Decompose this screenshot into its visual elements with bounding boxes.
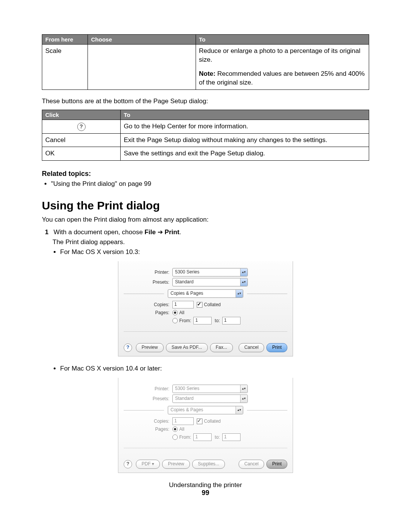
table-row: Cancel Exit the Page Setup dialog withou… bbox=[42, 133, 369, 147]
step1-post: . bbox=[179, 228, 181, 236]
chevron-updown-icon: ▴▾ bbox=[240, 278, 247, 286]
copies-input[interactable]: 1 bbox=[172, 417, 194, 425]
collated-checkbox[interactable] bbox=[197, 419, 202, 424]
fax-button[interactable]: Fax... bbox=[210, 343, 233, 352]
printer-label: Printer: bbox=[124, 386, 172, 391]
note-text: Recommended values are between 25% and 4… bbox=[199, 70, 365, 86]
print-button[interactable]: Print bbox=[266, 343, 287, 352]
to-input[interactable]: 1 bbox=[222, 317, 241, 324]
copies-label: Copies: bbox=[124, 302, 172, 307]
section-heading: Using the Print dialog bbox=[42, 199, 369, 212]
printer-value: 5300 Series bbox=[175, 269, 199, 275]
copies-input[interactable]: 1 bbox=[172, 301, 194, 308]
separator bbox=[124, 294, 164, 294]
paragraph-open-dialog: You can open the Print dialog from almos… bbox=[42, 215, 369, 224]
collated-label: Collated bbox=[204, 419, 221, 424]
supplies-button[interactable]: Supplies... bbox=[192, 460, 225, 469]
chevron-updown-icon: ▴▾ bbox=[240, 268, 247, 276]
step1-print: Print bbox=[165, 228, 180, 236]
cancel-button[interactable]: Cancel bbox=[239, 343, 264, 352]
from-input[interactable]: 1 bbox=[193, 317, 212, 324]
pages-all-label: All bbox=[179, 427, 184, 432]
table2-row0-to: Go to the Help Center for more informati… bbox=[121, 120, 369, 133]
help-button[interactable]: ? bbox=[124, 460, 132, 468]
copies-label: Copies: bbox=[124, 419, 172, 424]
collated-checkbox[interactable] bbox=[197, 302, 202, 308]
page-footer: Understanding the printer 99 bbox=[42, 481, 369, 497]
from-input[interactable]: 1 bbox=[193, 433, 212, 441]
bullet-macos-104: For Mac OS X version 10.4 or later: bbox=[60, 365, 369, 372]
to-input[interactable]: 1 bbox=[222, 433, 241, 441]
chevron-updown-icon: ▴▾ bbox=[236, 290, 243, 297]
pane-value: Copies & Pages bbox=[170, 291, 203, 296]
help-button[interactable]: ? bbox=[124, 343, 132, 352]
from-label: From: bbox=[179, 435, 191, 440]
step1-file: File bbox=[145, 228, 156, 236]
related-topic-item: "Using the Print dialog" on page 99 bbox=[51, 180, 369, 188]
print-button[interactable]: Print bbox=[266, 460, 287, 469]
separator bbox=[247, 294, 287, 294]
presets-label: Presets: bbox=[124, 280, 172, 285]
step1-text-pre: With a document open, choose bbox=[54, 228, 145, 236]
table1-row-to: Reduce or enlarge a photo to a percentag… bbox=[196, 45, 369, 90]
pdf-menu-button[interactable]: PDF ▾ bbox=[136, 460, 160, 469]
step-1: 1 With a document open, choose File ➔ Pr… bbox=[45, 228, 369, 236]
to-label: to: bbox=[215, 435, 220, 440]
table2-header-click: Click bbox=[42, 110, 121, 120]
table2-row2-click: OK bbox=[42, 147, 121, 161]
separator bbox=[124, 331, 287, 332]
table1-to-text: Reduce or enlarge a photo to a percentag… bbox=[199, 47, 366, 64]
chevron-updown-icon: ▴▾ bbox=[240, 385, 247, 393]
preview-button[interactable]: Preview bbox=[162, 460, 190, 469]
pages-label: Pages: bbox=[124, 310, 172, 315]
table1-header-to: To bbox=[196, 35, 369, 45]
save-as-pdf-button[interactable]: Save As PDF... bbox=[166, 343, 208, 352]
step1-sub: The Print dialog appears. bbox=[53, 238, 369, 246]
pages-label: Pages: bbox=[124, 427, 172, 432]
printer-combo[interactable]: 5300 Series ▴▾ bbox=[172, 385, 248, 393]
table1-header-choose: Choose bbox=[88, 35, 196, 45]
pane-combo[interactable]: Copies & Pages ▴▾ bbox=[168, 289, 243, 298]
from-label: From: bbox=[179, 318, 191, 323]
separator bbox=[247, 410, 287, 411]
chevron-updown-icon: ▴▾ bbox=[236, 406, 243, 414]
table-row: Scale Reduce or enlarge a photo to a per… bbox=[42, 45, 369, 90]
step-number: 1 bbox=[45, 228, 52, 236]
separator bbox=[124, 448, 287, 448]
help-icon: ? bbox=[77, 123, 86, 131]
page-setup-options-table: From here Choose To Scale Reduce or enla… bbox=[42, 34, 369, 90]
pane-combo[interactable]: Copies & Pages ▴▾ bbox=[168, 406, 243, 414]
print-dialog-103: Printer: 5300 Series ▴▾ Presets: Standar… bbox=[118, 261, 293, 356]
table1-row-choose bbox=[88, 45, 196, 90]
pages-all-radio[interactable] bbox=[172, 427, 178, 432]
printer-combo[interactable]: 5300 Series ▴▾ bbox=[172, 268, 248, 276]
pages-from-radio[interactable] bbox=[172, 435, 178, 440]
table1-note: Note: Recommended values are between 25%… bbox=[199, 70, 366, 87]
table-row: OK Save the settings and exit the Page S… bbox=[42, 147, 369, 161]
presets-combo[interactable]: Standard ▴▾ bbox=[172, 278, 248, 286]
note-label: Note: bbox=[199, 70, 215, 77]
pages-all-label: All bbox=[179, 310, 184, 315]
preview-button[interactable]: Preview bbox=[136, 343, 164, 352]
related-topics-heading: Related topics: bbox=[42, 170, 369, 178]
table1-header-from: From here bbox=[42, 35, 88, 45]
presets-label: Presets: bbox=[124, 396, 172, 401]
table1-row-from: Scale bbox=[42, 45, 88, 90]
collated-label: Collated bbox=[204, 302, 221, 307]
separator bbox=[124, 410, 164, 411]
presets-combo[interactable]: Standard ▴▾ bbox=[172, 395, 248, 403]
presets-value: Standard bbox=[175, 396, 194, 401]
pages-from-radio[interactable] bbox=[172, 318, 178, 323]
cancel-button[interactable]: Cancel bbox=[239, 460, 264, 469]
pages-all-radio[interactable] bbox=[172, 310, 178, 315]
pane-value: Copies & Pages bbox=[170, 407, 203, 412]
printer-label: Printer: bbox=[124, 270, 172, 275]
page-number: 99 bbox=[42, 489, 369, 497]
table2-row0-click: ? bbox=[42, 120, 121, 133]
table2-header-to: To bbox=[121, 110, 369, 120]
paragraph-buttons-intro: These buttons are at the bottom of the P… bbox=[42, 97, 369, 106]
table2-row2-to: Save the settings and exit the Page Setu… bbox=[121, 147, 369, 161]
printer-value: 5300 Series bbox=[175, 386, 199, 391]
page-setup-buttons-table: Click To ? Go to the Help Center for mor… bbox=[42, 110, 369, 161]
presets-value: Standard bbox=[175, 279, 194, 284]
